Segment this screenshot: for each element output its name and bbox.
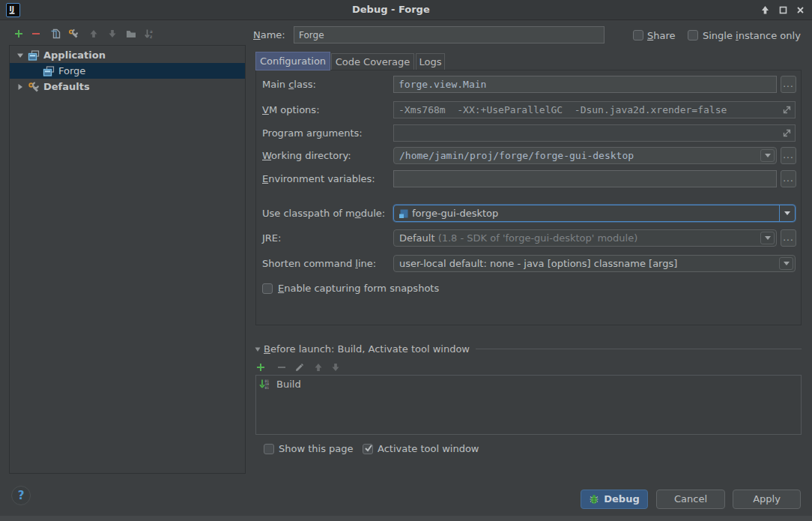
working-directory-label: Working directory:: [262, 147, 351, 164]
minus-icon: [276, 362, 287, 373]
task-item-build[interactable]: 011001 Build: [256, 376, 801, 392]
shorten-command-line-value: user-local default: none - java [options…: [399, 256, 677, 271]
name-input[interactable]: [294, 26, 605, 43]
create-folder-button[interactable]: [126, 28, 136, 39]
add-task-button[interactable]: [255, 362, 266, 373]
shorten-command-line-label: Shorten command line:: [262, 255, 376, 272]
sort-alphabetically-button[interactable]: az: [144, 28, 154, 39]
before-launch-title: Before launch: Build, Activate tool wind…: [264, 343, 470, 355]
environment-variables-input[interactable]: [393, 170, 777, 187]
apply-button[interactable]: Apply: [733, 490, 801, 509]
working-directory-dropdown-button[interactable]: [760, 149, 775, 162]
chevron-down-icon[interactable]: [16, 51, 25, 60]
main-class-browse-button[interactable]: ...: [781, 76, 796, 93]
up-arrow-icon: [760, 4, 771, 16]
window-shade-button[interactable]: [760, 4, 771, 16]
cancel-button[interactable]: Cancel: [656, 490, 725, 509]
titlebar: IJ Debug - Forge: [0, 0, 812, 20]
window-close-button[interactable]: [795, 4, 806, 16]
wrench-icon: [68, 28, 79, 39]
bug-icon: [589, 494, 599, 505]
ellipsis-icon: ...: [783, 173, 793, 184]
tab-code-coverage[interactable]: Code Coverage: [331, 53, 414, 70]
tree-item-defaults[interactable]: Defaults: [10, 79, 245, 94]
chevron-down-icon: [765, 154, 771, 157]
chevron-down-icon: [784, 211, 790, 215]
minus-icon: [31, 28, 41, 39]
program-arguments-label: Program arguments:: [262, 124, 363, 142]
name-label: Name:: [253, 26, 285, 43]
environment-variables-browse-button[interactable]: ...: [781, 170, 796, 187]
working-directory-combo[interactable]: /home/jamin/proj/forge/forge-gui-desktop: [393, 147, 777, 164]
jre-label: JRE:: [262, 229, 281, 247]
classpath-module-label: Use classpath of module:: [262, 205, 385, 222]
classpath-module-dropdown-button[interactable]: [779, 205, 795, 221]
down-arrow-icon: [107, 28, 118, 39]
build-icon: 011001: [259, 379, 270, 390]
edit-task-button[interactable]: [294, 362, 305, 373]
task-item-label: Build: [276, 379, 301, 390]
enable-snapshots-checkbox[interactable]: [262, 283, 273, 294]
debug-button[interactable]: Debug: [581, 490, 648, 509]
jre-browse-button[interactable]: ...: [781, 229, 796, 247]
move-task-up-button[interactable]: [313, 362, 324, 373]
activate-tool-window-checkbox[interactable]: [363, 444, 373, 454]
environment-variables-label: Environment variables:: [262, 170, 375, 187]
edit-defaults-button[interactable]: [68, 28, 79, 39]
add-configuration-button[interactable]: [13, 28, 24, 39]
working-directory-value: /home/jamin/proj/forge/forge-gui-desktop: [399, 148, 634, 163]
before-launch-section-header[interactable]: Before launch: Build, Activate tool wind…: [254, 343, 802, 355]
move-down-button[interactable]: [107, 28, 118, 39]
module-icon: [399, 208, 409, 219]
vm-options-input[interactable]: [393, 101, 796, 118]
shorten-command-line-dropdown-button[interactable]: [779, 257, 793, 270]
tree-item-forge[interactable]: Forge: [10, 63, 245, 79]
remove-task-button[interactable]: [276, 362, 287, 373]
separator-line: [476, 349, 802, 349]
tab-logs[interactable]: Logs: [416, 53, 445, 70]
main-class-label: Main class:: [262, 76, 316, 93]
classpath-module-value: forge-gui-desktop: [412, 205, 498, 221]
chevron-down-icon: [765, 236, 771, 240]
tree-item-application[interactable]: Application: [10, 47, 245, 63]
single-instance-checkbox[interactable]: [688, 30, 698, 40]
vm-options-label: VM options:: [262, 101, 320, 118]
before-launch-task-list[interactable]: 011001 Build: [255, 375, 802, 435]
plus-icon: [255, 362, 266, 373]
close-icon: [795, 4, 806, 16]
copy-configuration-button[interactable]: [50, 28, 61, 39]
single-instance-label: Single instance only: [703, 27, 801, 44]
tree-item-label: Forge: [58, 65, 85, 76]
configurations-tree: Application Forge Defaults: [9, 45, 246, 474]
ellipsis-icon: ...: [783, 79, 793, 89]
vm-options-field: [393, 101, 796, 118]
ellipsis-icon: ...: [783, 150, 793, 160]
jre-hint: (1.8 - SDK of 'forge-gui-desktop' module…: [438, 232, 638, 244]
share-checkbox[interactable]: [633, 30, 643, 40]
chevron-right-icon[interactable]: [16, 82, 25, 91]
help-button[interactable]: ?: [11, 486, 31, 505]
tab-configuration[interactable]: Configuration: [255, 52, 330, 70]
collapse-triangle-icon[interactable]: [254, 346, 261, 353]
expand-field-icon[interactable]: [782, 128, 792, 138]
move-task-down-button[interactable]: [330, 362, 341, 373]
up-arrow-icon: [88, 28, 99, 39]
classpath-module-combo[interactable]: forge-gui-desktop: [393, 205, 796, 222]
expand-field-icon[interactable]: [782, 105, 792, 115]
copy-icon: [50, 28, 61, 39]
shorten-command-line-combo[interactable]: user-local default: none - java [options…: [393, 255, 796, 272]
working-directory-browse-button[interactable]: ...: [781, 147, 796, 164]
jre-dropdown-button[interactable]: [760, 232, 775, 244]
ellipsis-icon: ...: [783, 232, 793, 243]
pencil-icon: [294, 362, 305, 373]
jre-combo[interactable]: Default (1.8 - SDK of 'forge-gui-desktop…: [393, 229, 777, 247]
program-arguments-input[interactable]: [393, 124, 796, 142]
plus-icon: [13, 28, 24, 39]
window-maximize-button[interactable]: [778, 4, 789, 16]
show-this-page-checkbox[interactable]: [264, 444, 274, 454]
application-icon: [43, 65, 55, 77]
activate-tool-window-label: Activate tool window: [378, 440, 479, 457]
move-up-button[interactable]: [88, 28, 99, 39]
main-class-input[interactable]: [393, 76, 777, 93]
remove-configuration-button[interactable]: [31, 28, 41, 39]
